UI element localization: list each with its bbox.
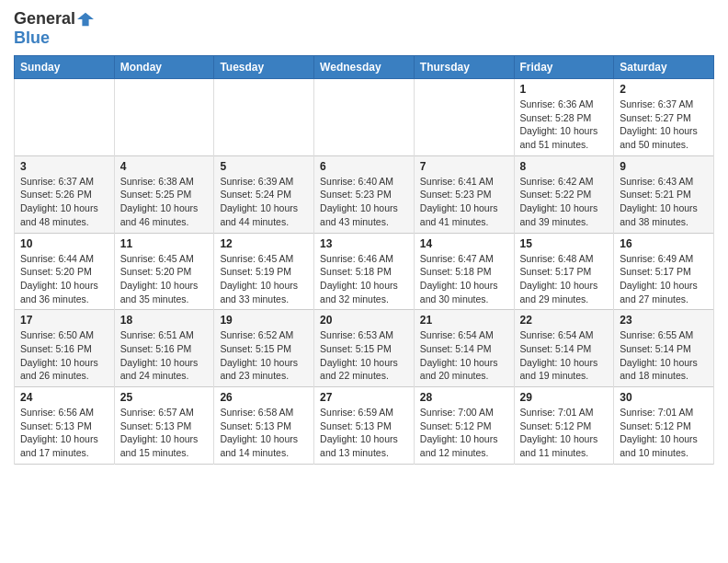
day-info: Sunrise: 6:57 AM Sunset: 5:13 PM Dayligh… bbox=[120, 406, 209, 460]
day-number: 20 bbox=[320, 314, 408, 327]
day-number: 5 bbox=[220, 160, 308, 173]
day-info: Sunrise: 6:45 AM Sunset: 5:19 PM Dayligh… bbox=[220, 252, 308, 306]
weekday-header-wednesday: Wednesday bbox=[314, 56, 415, 79]
day-number: 17 bbox=[20, 314, 108, 327]
calendar-cell-w1d4: 7Sunrise: 6:41 AM Sunset: 5:23 PM Daylig… bbox=[414, 155, 514, 233]
day-info: Sunrise: 6:59 AM Sunset: 5:13 PM Dayligh… bbox=[320, 406, 408, 460]
day-info: Sunrise: 6:54 AM Sunset: 5:14 PM Dayligh… bbox=[420, 328, 508, 383]
calendar-cell-w0d5: 1Sunrise: 6:36 AM Sunset: 5:28 PM Daylig… bbox=[514, 79, 614, 156]
calendar-cell-w2d1: 11Sunrise: 6:45 AM Sunset: 5:20 PM Dayli… bbox=[114, 233, 214, 310]
calendar-cell-w1d1: 4Sunrise: 6:38 AM Sunset: 5:25 PM Daylig… bbox=[114, 155, 214, 233]
day-number: 12 bbox=[220, 237, 308, 250]
day-info: Sunrise: 6:55 AM Sunset: 5:14 PM Dayligh… bbox=[620, 328, 708, 383]
weekday-header-tuesday: Tuesday bbox=[214, 56, 314, 79]
logo-general-text: General bbox=[14, 9, 75, 29]
day-number: 27 bbox=[320, 391, 408, 404]
calendar-cell-w4d5: 29Sunrise: 7:01 AM Sunset: 5:12 PM Dayli… bbox=[514, 387, 614, 465]
svg-marker-0 bbox=[77, 12, 94, 25]
day-info: Sunrise: 6:41 AM Sunset: 5:23 PM Dayligh… bbox=[420, 175, 508, 229]
day-info: Sunrise: 6:53 AM Sunset: 5:15 PM Dayligh… bbox=[320, 328, 408, 383]
day-info: Sunrise: 6:49 AM Sunset: 5:17 PM Dayligh… bbox=[620, 252, 708, 306]
calendar-cell-w4d1: 25Sunrise: 6:57 AM Sunset: 5:13 PM Dayli… bbox=[114, 387, 214, 465]
calendar-cell-w1d0: 3Sunrise: 6:37 AM Sunset: 5:26 PM Daylig… bbox=[15, 155, 115, 233]
day-number: 30 bbox=[620, 391, 708, 404]
day-number: 23 bbox=[620, 314, 708, 327]
calendar-cell-w2d3: 13Sunrise: 6:46 AM Sunset: 5:18 PM Dayli… bbox=[314, 233, 415, 310]
day-number: 9 bbox=[620, 160, 708, 173]
calendar-cell-w1d6: 9Sunrise: 6:43 AM Sunset: 5:21 PM Daylig… bbox=[614, 155, 714, 233]
day-info: Sunrise: 6:38 AM Sunset: 5:25 PM Dayligh… bbox=[120, 175, 209, 229]
day-info: Sunrise: 6:44 AM Sunset: 5:20 PM Dayligh… bbox=[20, 252, 108, 306]
weekday-header-thursday: Thursday bbox=[414, 56, 514, 79]
calendar-table: SundayMondayTuesdayWednesdayThursdayFrid… bbox=[14, 55, 714, 465]
weekday-header-monday: Monday bbox=[114, 56, 214, 79]
calendar-cell-w3d3: 20Sunrise: 6:53 AM Sunset: 5:15 PM Dayli… bbox=[314, 310, 415, 387]
calendar-cell-w3d6: 23Sunrise: 6:55 AM Sunset: 5:14 PM Dayli… bbox=[614, 310, 714, 387]
calendar-cell-w3d1: 18Sunrise: 6:51 AM Sunset: 5:16 PM Dayli… bbox=[114, 310, 214, 387]
day-info: Sunrise: 6:39 AM Sunset: 5:24 PM Dayligh… bbox=[220, 175, 308, 229]
day-info: Sunrise: 6:54 AM Sunset: 5:14 PM Dayligh… bbox=[520, 328, 609, 383]
day-number: 14 bbox=[420, 237, 508, 250]
logo-blue-text: Blue bbox=[14, 29, 50, 47]
day-number: 21 bbox=[420, 314, 508, 327]
day-info: Sunrise: 6:37 AM Sunset: 5:26 PM Dayligh… bbox=[20, 175, 108, 229]
calendar-cell-w2d5: 15Sunrise: 6:48 AM Sunset: 5:17 PM Dayli… bbox=[514, 233, 614, 310]
day-info: Sunrise: 6:48 AM Sunset: 5:17 PM Dayligh… bbox=[520, 252, 609, 306]
calendar-cell-w4d3: 27Sunrise: 6:59 AM Sunset: 5:13 PM Dayli… bbox=[314, 387, 415, 465]
calendar-cell-w0d2 bbox=[214, 79, 314, 156]
day-number: 29 bbox=[520, 391, 609, 404]
day-number: 4 bbox=[120, 160, 209, 173]
calendar-cell-w0d4 bbox=[414, 79, 514, 156]
day-info: Sunrise: 7:01 AM Sunset: 5:12 PM Dayligh… bbox=[620, 406, 708, 460]
day-info: Sunrise: 6:40 AM Sunset: 5:23 PM Dayligh… bbox=[320, 175, 408, 229]
calendar-cell-w0d3 bbox=[314, 79, 415, 156]
day-info: Sunrise: 6:42 AM Sunset: 5:22 PM Dayligh… bbox=[520, 175, 609, 229]
calendar-cell-w2d6: 16Sunrise: 6:49 AM Sunset: 5:17 PM Dayli… bbox=[614, 233, 714, 310]
day-number: 6 bbox=[320, 160, 408, 173]
logo-bird-icon bbox=[77, 11, 94, 28]
calendar-cell-w4d4: 28Sunrise: 7:00 AM Sunset: 5:12 PM Dayli… bbox=[414, 387, 514, 465]
day-number: 13 bbox=[320, 237, 408, 250]
day-info: Sunrise: 6:43 AM Sunset: 5:21 PM Dayligh… bbox=[620, 175, 708, 229]
day-number: 25 bbox=[120, 391, 209, 404]
day-number: 24 bbox=[20, 391, 108, 404]
day-number: 28 bbox=[420, 391, 508, 404]
calendar-cell-w0d6: 2Sunrise: 6:37 AM Sunset: 5:27 PM Daylig… bbox=[614, 79, 714, 156]
day-number: 22 bbox=[520, 314, 609, 327]
day-number: 15 bbox=[520, 237, 609, 250]
day-info: Sunrise: 7:00 AM Sunset: 5:12 PM Dayligh… bbox=[420, 406, 508, 460]
day-number: 16 bbox=[620, 237, 708, 250]
day-number: 7 bbox=[420, 160, 508, 173]
calendar-cell-w3d2: 19Sunrise: 6:52 AM Sunset: 5:15 PM Dayli… bbox=[214, 310, 314, 387]
day-info: Sunrise: 6:51 AM Sunset: 5:16 PM Dayligh… bbox=[120, 328, 209, 383]
day-number: 3 bbox=[20, 160, 108, 173]
calendar-cell-w4d6: 30Sunrise: 7:01 AM Sunset: 5:12 PM Dayli… bbox=[614, 387, 714, 465]
day-info: Sunrise: 6:46 AM Sunset: 5:18 PM Dayligh… bbox=[320, 252, 408, 306]
calendar-cell-w0d0 bbox=[15, 79, 115, 156]
calendar-cell-w1d2: 5Sunrise: 6:39 AM Sunset: 5:24 PM Daylig… bbox=[214, 155, 314, 233]
calendar-cell-w2d0: 10Sunrise: 6:44 AM Sunset: 5:20 PM Dayli… bbox=[15, 233, 115, 310]
day-info: Sunrise: 6:58 AM Sunset: 5:13 PM Dayligh… bbox=[220, 406, 308, 460]
weekday-header-saturday: Saturday bbox=[614, 56, 714, 79]
day-number: 26 bbox=[220, 391, 308, 404]
logo: General Blue bbox=[14, 9, 94, 48]
day-info: Sunrise: 6:37 AM Sunset: 5:27 PM Dayligh… bbox=[620, 98, 708, 152]
calendar-cell-w4d0: 24Sunrise: 6:56 AM Sunset: 5:13 PM Dayli… bbox=[15, 387, 115, 465]
calendar-cell-w2d4: 14Sunrise: 6:47 AM Sunset: 5:18 PM Dayli… bbox=[414, 233, 514, 310]
day-info: Sunrise: 6:50 AM Sunset: 5:16 PM Dayligh… bbox=[20, 328, 108, 383]
day-info: Sunrise: 6:52 AM Sunset: 5:15 PM Dayligh… bbox=[220, 328, 308, 383]
weekday-header-sunday: Sunday bbox=[15, 56, 115, 79]
day-info: Sunrise: 6:45 AM Sunset: 5:20 PM Dayligh… bbox=[120, 252, 209, 306]
day-number: 1 bbox=[520, 83, 609, 96]
calendar-cell-w1d5: 8Sunrise: 6:42 AM Sunset: 5:22 PM Daylig… bbox=[514, 155, 614, 233]
day-info: Sunrise: 6:36 AM Sunset: 5:28 PM Dayligh… bbox=[520, 98, 609, 152]
calendar-cell-w0d1 bbox=[114, 79, 214, 156]
day-number: 10 bbox=[20, 237, 108, 250]
day-info: Sunrise: 6:56 AM Sunset: 5:13 PM Dayligh… bbox=[20, 406, 108, 460]
day-number: 2 bbox=[620, 83, 708, 96]
day-number: 18 bbox=[120, 314, 209, 327]
day-number: 8 bbox=[520, 160, 609, 173]
calendar-cell-w2d2: 12Sunrise: 6:45 AM Sunset: 5:19 PM Dayli… bbox=[214, 233, 314, 310]
calendar-cell-w3d5: 22Sunrise: 6:54 AM Sunset: 5:14 PM Dayli… bbox=[514, 310, 614, 387]
calendar-cell-w1d3: 6Sunrise: 6:40 AM Sunset: 5:23 PM Daylig… bbox=[314, 155, 415, 233]
